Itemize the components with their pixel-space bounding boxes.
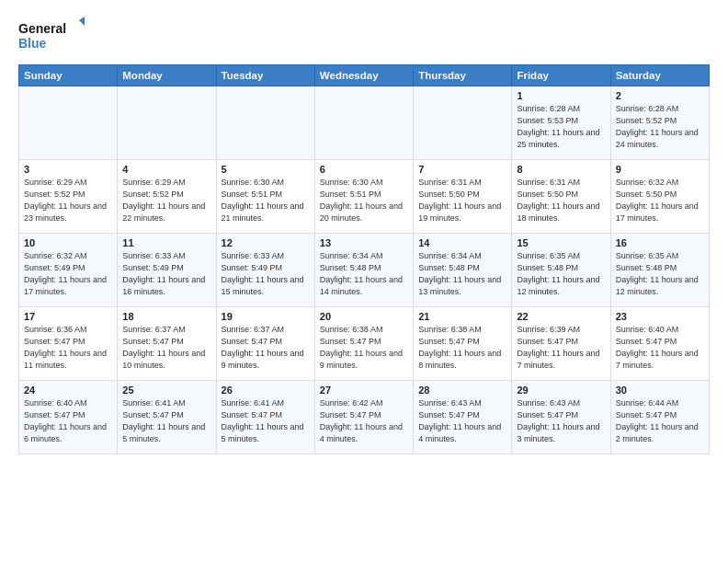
day-info: Sunrise: 6:34 AM Sunset: 5:48 PM Dayligh… [418,250,506,298]
svg-marker-2 [79,17,85,26]
week-row-2: 3Sunrise: 6:29 AM Sunset: 5:52 PM Daylig… [19,160,710,234]
day-number: 13 [320,237,408,248]
col-header-friday: Friday [512,65,610,86]
day-cell: 27Sunrise: 6:42 AM Sunset: 5:47 PM Dayli… [314,381,413,454]
day-cell: 23Sunrise: 6:40 AM Sunset: 5:47 PM Dayli… [610,307,709,381]
col-header-monday: Monday [118,65,216,86]
day-number: 15 [517,237,605,248]
week-row-3: 10Sunrise: 6:32 AM Sunset: 5:49 PM Dayli… [19,234,710,307]
col-header-sunday: Sunday [19,65,118,86]
day-cell: 28Sunrise: 6:43 AM Sunset: 5:47 PM Dayli… [414,381,512,454]
day-info: Sunrise: 6:43 AM Sunset: 5:47 PM Dayligh… [418,397,506,445]
calendar-table: SundayMondayTuesdayWednesdayThursdayFrid… [18,64,710,454]
day-cell: 7Sunrise: 6:31 AM Sunset: 5:50 PM Daylig… [414,160,512,234]
day-info: Sunrise: 6:29 AM Sunset: 5:52 PM Dayligh… [122,177,210,224]
header: General Blue [18,17,710,55]
day-cell: 14Sunrise: 6:34 AM Sunset: 5:48 PM Dayli… [414,234,512,307]
day-cell: 17Sunrise: 6:36 AM Sunset: 5:47 PM Dayli… [19,307,118,381]
day-info: Sunrise: 6:37 AM Sunset: 5:47 PM Dayligh… [222,324,310,372]
day-cell: 25Sunrise: 6:41 AM Sunset: 5:47 PM Dayli… [118,381,216,454]
col-header-thursday: Thursday [414,65,512,86]
day-cell: 26Sunrise: 6:41 AM Sunset: 5:47 PM Dayli… [216,381,314,454]
day-info: Sunrise: 6:37 AM Sunset: 5:47 PM Dayligh… [122,324,210,372]
day-cell: 6Sunrise: 6:30 AM Sunset: 5:51 PM Daylig… [314,160,413,234]
day-number: 26 [222,385,310,396]
day-number: 29 [517,385,605,396]
day-number: 20 [320,311,408,322]
day-cell: 11Sunrise: 6:33 AM Sunset: 5:49 PM Dayli… [118,234,216,307]
day-cell [314,86,413,160]
day-number: 27 [320,385,408,396]
day-cell: 22Sunrise: 6:39 AM Sunset: 5:47 PM Dayli… [512,307,610,381]
day-info: Sunrise: 6:42 AM Sunset: 5:47 PM Dayligh… [320,397,408,445]
day-number: 6 [320,164,408,175]
day-number: 11 [122,237,210,248]
day-info: Sunrise: 6:29 AM Sunset: 5:52 PM Dayligh… [24,177,112,224]
day-number: 14 [418,237,506,248]
day-cell [414,86,512,160]
svg-text:General: General [18,21,66,36]
day-cell: 24Sunrise: 6:40 AM Sunset: 5:47 PM Dayli… [19,381,118,454]
day-number: 25 [122,385,210,396]
day-number: 9 [616,164,704,175]
week-row-1: 1Sunrise: 6:28 AM Sunset: 5:53 PM Daylig… [19,86,710,160]
day-number: 10 [24,237,112,248]
day-info: Sunrise: 6:41 AM Sunset: 5:47 PM Dayligh… [122,397,210,445]
day-number: 12 [222,237,310,248]
day-cell: 20Sunrise: 6:38 AM Sunset: 5:47 PM Dayli… [314,307,413,381]
day-number: 8 [517,164,605,175]
day-number: 17 [24,311,112,322]
day-number: 5 [222,164,310,175]
day-info: Sunrise: 6:32 AM Sunset: 5:49 PM Dayligh… [24,250,112,298]
day-cell: 12Sunrise: 6:33 AM Sunset: 5:49 PM Dayli… [216,234,314,307]
day-number: 22 [517,311,605,322]
day-cell: 19Sunrise: 6:37 AM Sunset: 5:47 PM Dayli… [216,307,314,381]
day-info: Sunrise: 6:28 AM Sunset: 5:52 PM Dayligh… [616,103,704,151]
day-cell [216,86,314,160]
week-row-4: 17Sunrise: 6:36 AM Sunset: 5:47 PM Dayli… [19,307,710,381]
day-number: 4 [122,164,210,175]
col-header-saturday: Saturday [610,65,709,86]
day-info: Sunrise: 6:30 AM Sunset: 5:51 PM Dayligh… [222,177,310,224]
day-info: Sunrise: 6:35 AM Sunset: 5:48 PM Dayligh… [517,250,605,298]
day-number: 23 [616,311,704,322]
day-cell: 29Sunrise: 6:43 AM Sunset: 5:47 PM Dayli… [512,381,610,454]
day-info: Sunrise: 6:44 AM Sunset: 5:47 PM Dayligh… [616,397,704,445]
week-row-5: 24Sunrise: 6:40 AM Sunset: 5:47 PM Dayli… [19,381,710,454]
day-number: 21 [418,311,506,322]
day-number: 1 [517,90,605,101]
day-cell: 30Sunrise: 6:44 AM Sunset: 5:47 PM Dayli… [610,381,709,454]
day-info: Sunrise: 6:35 AM Sunset: 5:48 PM Dayligh… [616,250,704,298]
day-cell: 4Sunrise: 6:29 AM Sunset: 5:52 PM Daylig… [118,160,216,234]
day-info: Sunrise: 6:38 AM Sunset: 5:47 PM Dayligh… [418,324,506,372]
day-info: Sunrise: 6:43 AM Sunset: 5:47 PM Dayligh… [517,397,605,445]
day-info: Sunrise: 6:40 AM Sunset: 5:47 PM Dayligh… [616,324,704,372]
day-cell: 21Sunrise: 6:38 AM Sunset: 5:47 PM Dayli… [414,307,512,381]
day-cell [19,86,118,160]
day-cell: 18Sunrise: 6:37 AM Sunset: 5:47 PM Dayli… [118,307,216,381]
day-cell: 1Sunrise: 6:28 AM Sunset: 5:53 PM Daylig… [512,86,610,160]
day-cell: 15Sunrise: 6:35 AM Sunset: 5:48 PM Dayli… [512,234,610,307]
logo: General Blue [18,17,85,55]
day-info: Sunrise: 6:30 AM Sunset: 5:51 PM Dayligh… [320,177,408,224]
day-number: 16 [616,237,704,248]
day-number: 3 [24,164,112,175]
day-number: 28 [418,385,506,396]
day-number: 7 [418,164,506,175]
day-info: Sunrise: 6:31 AM Sunset: 5:50 PM Dayligh… [517,177,605,224]
day-cell: 9Sunrise: 6:32 AM Sunset: 5:50 PM Daylig… [610,160,709,234]
col-header-wednesday: Wednesday [314,65,413,86]
day-info: Sunrise: 6:40 AM Sunset: 5:47 PM Dayligh… [24,397,112,445]
day-info: Sunrise: 6:41 AM Sunset: 5:47 PM Dayligh… [222,397,310,445]
day-cell: 5Sunrise: 6:30 AM Sunset: 5:51 PM Daylig… [216,160,314,234]
day-info: Sunrise: 6:33 AM Sunset: 5:49 PM Dayligh… [222,250,310,298]
day-number: 24 [24,385,112,396]
day-info: Sunrise: 6:33 AM Sunset: 5:49 PM Dayligh… [122,250,210,298]
day-number: 19 [222,311,310,322]
day-number: 18 [122,311,210,322]
page: General Blue SundayMondayTuesdayWednesda… [0,0,728,467]
day-info: Sunrise: 6:36 AM Sunset: 5:47 PM Dayligh… [24,324,112,372]
day-info: Sunrise: 6:38 AM Sunset: 5:47 PM Dayligh… [320,324,408,372]
day-info: Sunrise: 6:28 AM Sunset: 5:53 PM Dayligh… [517,103,605,151]
day-cell: 2Sunrise: 6:28 AM Sunset: 5:52 PM Daylig… [610,86,709,160]
